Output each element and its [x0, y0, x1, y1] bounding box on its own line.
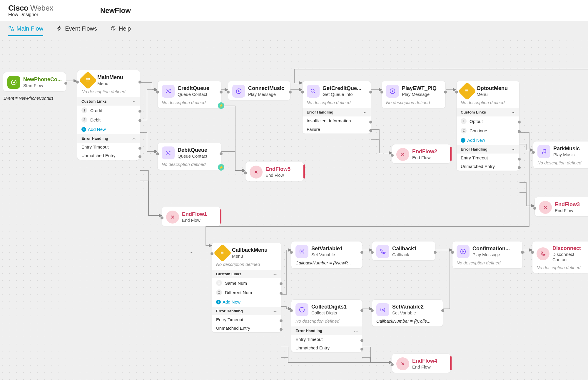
setvar1-node[interactable]: SetVariable1 Set Variable CallbackNumber… — [291, 241, 362, 269]
flow-canvas[interactable]: NewPhoneCo... Start Flow Event = NewPhon… — [0, 38, 588, 380]
main-menu-node[interactable]: MainMenu Menu No description defined Cus… — [77, 70, 140, 160]
node-name: NewPhoneCo... — [23, 76, 62, 83]
chevron-up-icon: ︿ — [512, 147, 515, 152]
plus-icon: + — [461, 138, 465, 143]
node-desc: No description defined — [158, 100, 221, 108]
node-desc: No description defined — [532, 265, 588, 273]
node-type: Collect Digits — [311, 310, 347, 316]
start-node[interactable]: NewPhoneCo... Start Flow — [3, 72, 66, 91]
credit-queue-node[interactable]: CreditQueue Queue Contact No description… — [157, 81, 221, 108]
play-icon — [232, 85, 245, 98]
endflow3-node[interactable]: EndFlow3 End Flow — [534, 197, 588, 216]
error-handling-header[interactable]: Error Handling︿ — [457, 145, 519, 154]
search-icon — [307, 85, 320, 98]
error-unmatched-entry[interactable]: Unmatched Entry — [77, 151, 140, 160]
node-name: EndFlow5 — [265, 166, 290, 173]
phone-icon — [376, 245, 389, 258]
callback-menu-node[interactable]: CallbackMenu Menu No description defined… — [212, 243, 281, 333]
error-handling-header[interactable]: Error Handling︿ — [291, 326, 362, 335]
svg-point-6 — [89, 79, 90, 80]
custom-links-header[interactable]: Custom Links︿ — [212, 270, 281, 278]
play-ewt-node[interactable]: PlayEWT_PIQ Play Message No description … — [382, 81, 446, 108]
error-entry-timeout[interactable]: Entry Timeout — [457, 154, 519, 162]
endflow2-node[interactable]: EndFlow2 End Flow — [392, 144, 451, 164]
node-desc: No description defined — [291, 319, 362, 326]
chevron-up-icon: ︿ — [512, 110, 515, 115]
error-failure[interactable]: Failure — [303, 125, 371, 134]
close-icon — [166, 211, 179, 224]
tab-event-flows[interactable]: Event Flows — [57, 25, 97, 34]
error-entry-timeout[interactable]: Entry Timeout — [212, 315, 281, 324]
error-handling-header[interactable]: Error Handling︿ — [212, 307, 281, 315]
endflow1-node[interactable]: EndFlow1 End Flow — [162, 207, 220, 226]
tab-main-flow[interactable]: Main Flow — [8, 25, 43, 34]
help-icon — [111, 26, 116, 31]
svg-point-5 — [89, 78, 90, 79]
link-same-num[interactable]: 1 Same Num — [212, 278, 281, 288]
svg-point-8 — [311, 89, 314, 92]
phone-off-icon — [537, 247, 549, 260]
menu-icon — [79, 71, 97, 89]
brand-name: Cisco Webex — [8, 4, 53, 13]
setvar2-node[interactable]: SetVariable2 Set Variable CallbackNumber… — [372, 299, 443, 327]
svg-point-3 — [113, 29, 113, 29]
error-handling-header[interactable]: Error Handling︿ — [303, 108, 371, 116]
confirmation-node[interactable]: Confirmation... Play Message No descript… — [452, 241, 523, 269]
brand-subtitle: Flow Designer — [8, 12, 53, 17]
endflow4-node[interactable]: EndFlow4 End Flow — [392, 354, 451, 373]
node-type: Callback — [392, 252, 417, 258]
error-insufficient-info[interactable]: Insufficient Information — [303, 116, 371, 125]
node-type: Set Variable — [311, 252, 343, 258]
node-name: MainMenu — [97, 74, 123, 81]
svg-rect-0 — [9, 26, 11, 28]
add-new-link[interactable]: + Add New — [77, 124, 140, 134]
node-desc: No description defined — [77, 89, 140, 97]
callback1-node[interactable]: Callback1 Callback — [372, 241, 435, 261]
debit-queue-node[interactable]: DebitQueue Queue Contact No description … — [157, 143, 221, 170]
add-new-link[interactable]: + Add New — [457, 135, 519, 145]
custom-links-header[interactable]: Custom Links︿ — [457, 108, 519, 116]
bolt-icon: ⚡ — [218, 164, 224, 171]
svg-point-11 — [545, 152, 546, 153]
error-unmatched-entry[interactable]: Unmatched Entry — [457, 162, 519, 171]
node-name: EndFlow4 — [412, 358, 437, 364]
plus-icon: + — [81, 127, 86, 132]
link-debit[interactable]: 2 Debit — [77, 115, 140, 124]
add-new-link[interactable]: + Add New — [212, 297, 281, 307]
connect-music-node[interactable]: ConnectMusic Play Message — [228, 81, 290, 100]
link-different-num[interactable]: 2 Different Num — [212, 288, 281, 297]
error-unmatched-entry[interactable]: Unmatched Entry — [291, 344, 362, 352]
dial-icon — [295, 303, 308, 316]
svg-rect-1 — [12, 29, 14, 31]
shuffle-icon — [162, 146, 175, 159]
node-desc: No description defined — [158, 162, 221, 170]
node-expr: CallbackNumber = {{NewP... — [291, 260, 362, 268]
disconnect-node[interactable]: Disconnect Disconnect Contact No descrip… — [532, 241, 588, 273]
node-name: SetVariable2 — [392, 304, 424, 310]
play-icon — [386, 85, 399, 98]
error-handling-header[interactable]: Error Handling︿ — [77, 134, 140, 143]
chevron-up-icon: ︿ — [273, 309, 277, 314]
node-name: EndFlow2 — [412, 148, 437, 155]
node-type: Disconnect Contact — [552, 252, 587, 263]
error-entry-timeout[interactable]: Entry Timeout — [291, 335, 362, 344]
error-entry-timeout[interactable]: Entry Timeout — [77, 143, 140, 151]
tab-help[interactable]: Help — [111, 25, 131, 34]
link-credit[interactable]: 1 Credit — [77, 106, 140, 115]
endflow5-node[interactable]: EndFlow5 End Flow — [245, 162, 304, 181]
play-icon — [457, 245, 470, 258]
optout-menu-node[interactable]: OptoutMenu Menu No description defined C… — [456, 81, 519, 171]
custom-links-header[interactable]: Custom Links︿ — [77, 97, 140, 106]
node-type: End Flow — [182, 218, 207, 223]
collect-digits-node[interactable]: CollectDigits1 Collect Digits No descrip… — [291, 299, 362, 352]
node-type: Play Message — [248, 92, 284, 97]
get-credit-queue-node[interactable]: GetCreditQue... Get Queue Info No descri… — [302, 81, 371, 134]
link-optout[interactable]: 1 Optout — [457, 116, 519, 126]
link-continue[interactable]: 2 Continue — [457, 126, 519, 135]
close-icon — [539, 201, 552, 214]
park-music-node[interactable]: ParkMusic Play Music No description defi… — [533, 141, 588, 169]
node-name: ConnectMusic — [248, 85, 284, 92]
node-name: CollectDigits1 — [311, 304, 347, 310]
app-header: Cisco Webex Flow Designer NewFlow — [0, 0, 588, 21]
error-unmatched-entry[interactable]: Unmatched Entry — [212, 324, 281, 332]
